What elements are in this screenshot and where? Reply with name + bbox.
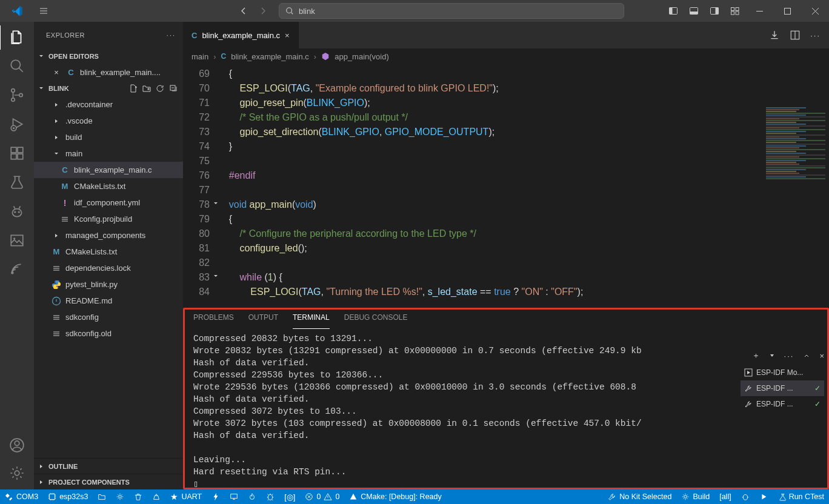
status-flame-icon[interactable] [243,489,261,504]
status-kit[interactable]: No Kit Selected [603,492,676,501]
panel-tab-output[interactable]: OUTPUT [248,313,278,329]
command-center-search[interactable]: blink [279,3,624,19]
terminal-task-item[interactable]: ESP-IDF ...✓ [741,380,824,396]
file-item[interactable]: sdkconfig.old [34,325,183,342]
file-item[interactable]: pytest_blink.py [34,276,183,293]
open-editor-item[interactable]: × C blink_example_main.... [34,64,183,81]
panel-tab-debug-console[interactable]: DEBUG CONSOLE [344,313,408,329]
status-debug-icon[interactable] [261,489,279,504]
collapse-all-icon[interactable] [168,84,178,93]
file-item[interactable]: MCMakeLists.txt [34,178,183,194]
folder-item[interactable]: .vscode [34,113,183,129]
chevron-icon [51,232,62,239]
status-build-icon[interactable] [147,489,165,504]
window-close-button[interactable] [801,0,829,22]
svg-rect-11 [784,8,790,14]
activity-settings-icon[interactable] [9,465,25,481]
file-item[interactable]: Kconfig.projbuild [34,211,183,227]
status-run-ctest[interactable]: Run CTest [773,492,829,501]
status-flash-icon[interactable] [207,489,225,504]
activity-image-icon[interactable] [9,233,25,248]
editor-tab[interactable]: C blink_example_main.c × [183,22,299,48]
file-item[interactable]: sdkconfig [34,309,183,325]
chevron-icon [51,150,62,158]
terminal-dropdown-icon[interactable] [768,352,776,359]
terminal-more-icon[interactable]: ··· [784,351,794,360]
svg-point-29 [15,441,19,446]
activity-espressif-icon[interactable] [9,262,25,277]
maximize-panel-icon[interactable] [802,351,811,360]
status-cmake[interactable]: CMake: [Debug]: Ready [344,489,446,504]
activity-debug-icon[interactable] [9,116,25,132]
terminal-task-item[interactable]: ESP-IDF Mo... [741,365,824,380]
status-openocd-icon[interactable]: [◎] [279,489,300,504]
file-item[interactable]: !idf_component.yml [34,194,183,211]
status-folder-icon[interactable] [93,489,111,504]
file-item[interactable]: dependencies.lock [34,260,183,276]
terminal-output[interactable]: Compressed 20832 bytes to 13291... Wrote… [185,329,827,488]
layout-toggle-panel-icon[interactable] [684,0,704,22]
activity-search-icon[interactable] [9,58,25,74]
window-titlebar: blink [0,0,829,22]
split-editor-icon[interactable] [790,30,801,41]
status-monitor-icon[interactable] [225,489,243,504]
file-type-icon: ! [59,198,70,208]
more-actions-icon[interactable]: ··· [810,31,821,40]
layout-customize-icon[interactable] [725,0,745,22]
folder-item[interactable]: .devcontainer [34,96,183,113]
open-editors-section[interactable]: OPEN EDITORS [34,48,183,64]
status-build-target[interactable]: [all] [714,492,736,501]
folder-item[interactable]: managed_components [34,227,183,244]
menu-button[interactable] [34,6,53,16]
task-icon [744,400,753,408]
window-maximize-button[interactable] [773,0,801,22]
status-launch-icon[interactable] [754,492,773,501]
download-icon[interactable] [769,30,780,41]
nav-back-button[interactable] [235,4,252,18]
activity-testing-icon[interactable] [9,174,25,190]
project-components-section[interactable]: PROJECT COMPONENTS [34,474,183,489]
status-problems[interactable]: 0 0 [300,489,344,504]
status-target[interactable]: esp32s3 [43,489,93,504]
refresh-icon[interactable] [155,84,165,93]
activity-scm-icon[interactable] [9,87,25,103]
breadcrumb[interactable]: main› C blink_example_main.c› app_main(v… [183,48,829,64]
new-folder-icon[interactable] [142,84,151,93]
close-panel-icon[interactable]: × [819,351,824,360]
status-debug-launch-icon[interactable] [736,492,754,501]
svg-point-24 [18,211,20,213]
status-sdk-config-icon[interactable] [111,489,129,504]
svg-rect-21 [18,147,23,153]
file-item[interactable]: Cblink_example_main.c [34,162,183,178]
code-editor[interactable]: 69 {70 ESP_LOGI(TAG, "Example configured… [183,64,829,308]
panel-tab-problems[interactable]: PROBLEMS [193,313,234,329]
status-serial-port[interactable]: COM3 [0,489,43,504]
svg-point-40 [684,496,687,498]
close-editor-icon[interactable]: × [51,68,62,77]
chevron-icon [51,134,62,141]
folder-item[interactable]: build [34,129,183,145]
new-file-icon[interactable] [128,84,138,93]
activity-account-icon[interactable] [9,437,25,453]
minimap[interactable] [762,107,829,308]
file-item[interactable]: MCMakeLists.txt [34,244,183,260]
file-item[interactable]: README.md [34,293,183,309]
activity-platformio-icon[interactable] [9,204,25,219]
terminal-task-item[interactable]: ESP-IDF ...✓ [741,396,824,412]
project-section[interactable]: BLINK [34,81,183,96]
status-clean-icon[interactable] [129,489,147,504]
panel-tab-terminal[interactable]: TERMINAL [293,313,330,329]
status-build-button[interactable]: Build [676,492,714,501]
explorer-more-icon[interactable]: ··· [167,31,176,39]
new-terminal-icon[interactable]: ＋ [752,350,760,361]
window-minimize-button[interactable] [745,0,773,22]
outline-section[interactable]: OUTLINE [34,458,183,474]
layout-toggle-primary-sidebar-icon[interactable] [663,0,684,22]
activity-extensions-icon[interactable] [9,145,25,161]
layout-toggle-secondary-sidebar-icon[interactable] [704,0,725,22]
activity-explorer-icon[interactable] [9,29,25,45]
folder-item[interactable]: main [34,145,183,162]
close-tab-icon[interactable]: × [285,31,290,40]
status-flash-method[interactable]: ★UART [165,489,207,504]
nav-forward-button[interactable] [255,4,271,18]
